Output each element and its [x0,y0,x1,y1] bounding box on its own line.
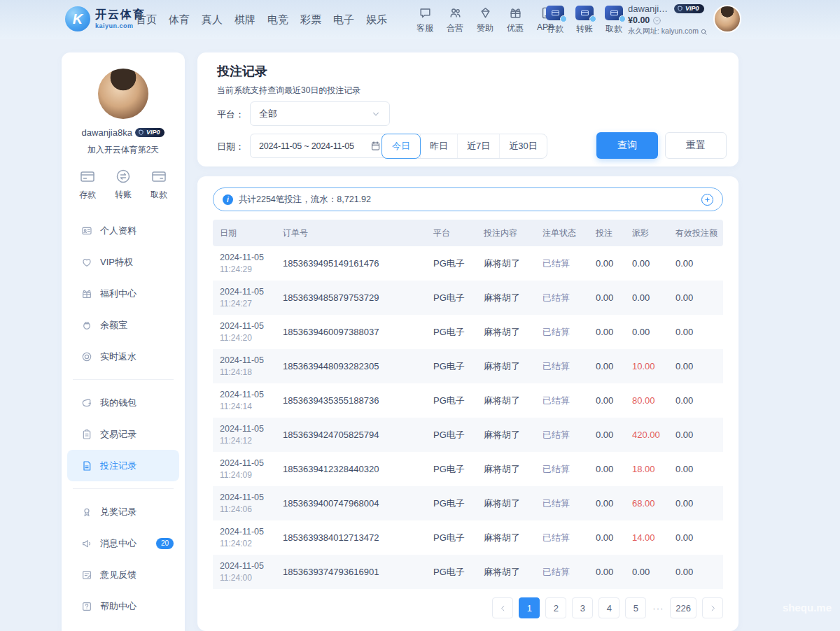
cell-payout: 14.00 [632,532,676,543]
range-昨日[interactable]: 昨日 [420,134,457,158]
date-range-input[interactable]: 2024-11-05 ~ 2024-11-05 [250,134,390,158]
page-2[interactable]: 2 [545,597,566,618]
sidebar-item-welfare[interactable]: 福利中心 [62,278,185,309]
sidebar-item-messages[interactable]: 消息中心20 [62,527,185,559]
transfer-link[interactable]: 转账 [574,6,595,35]
page-226[interactable]: 226 [670,597,696,618]
platform-select[interactable]: 全部 [250,101,390,126]
quick-links: 客服合营赞助优惠APP [414,6,556,34]
sidebar-item-bet-records[interactable]: 投注记录 [67,450,179,481]
summary-bar: i 共计2254笔投注，流水：8,721.92 [213,187,723,211]
calendar-icon [370,141,381,151]
transfer-icon [115,168,132,185]
sponsor-link[interactable]: 赞助 [475,6,496,34]
cell-valid: 0.00 [676,395,723,406]
profile-avatar[interactable] [98,69,148,119]
deposit-icon [546,6,564,20]
cell-order: 1853639485879753729 [283,292,433,303]
expand-plus-icon[interactable] [701,194,713,206]
cell-platform: PG电子 [433,463,484,476]
cell-content: 麻将胡了 [484,566,542,579]
reset-button[interactable]: 重置 [665,132,727,159]
nav-item-esports[interactable]: 电竞 [267,13,288,27]
sidebar-item-profile[interactable]: 个人资料 [62,215,185,246]
service-link[interactable]: 客服 [414,6,435,34]
filter-panel: 投注记录 当前系统支持查询最近30日的投注记录 平台： 全部 日期： 2024-… [197,52,738,166]
nav-item-sports[interactable]: 体育 [169,13,190,27]
partner-link[interactable]: 合营 [444,6,465,34]
col-header: 订单号 [283,227,433,239]
logo[interactable]: K 开云体育 kaiyun.com [65,6,146,31]
cell-order: 1853639495149161476 [283,258,433,269]
row-date: 2024-11-05 [220,561,283,571]
range-近7日[interactable]: 近7日 [457,134,499,158]
next-page-button[interactable] [702,597,723,618]
megaphone-icon [81,538,92,549]
cell-date: 2024-11-0511:24:06 [213,492,283,514]
deposit-label: 存款 [79,189,96,201]
platform-label: 平台： [217,108,244,121]
sidebar-item-transactions[interactable]: 交易记录 [62,418,185,450]
prev-page-button[interactable] [492,597,513,618]
row-time: 11:24:14 [220,402,283,411]
sidebar-item-rebate[interactable]: 实时返水 [62,341,185,372]
cell-date: 2024-11-0511:24:00 [213,561,283,583]
nav-item-entertainment[interactable]: 娱乐 [366,13,387,27]
nav-item-live[interactable]: 真人 [202,13,223,27]
nav-item-home[interactable]: 首页 [136,13,157,27]
sidebar-action-withdraw[interactable]: 取款 [150,168,167,201]
nav-item-slots[interactable]: 电子 [333,13,354,27]
cell-order: 1853639384012713472 [283,532,433,543]
cell-valid: 0.00 [676,258,723,269]
nav-item-chess[interactable]: 棋牌 [234,13,255,27]
sidebar-item-feedback[interactable]: 意见反馈 [62,559,185,590]
page-1[interactable]: 1 [519,597,540,618]
rebate-icon [81,351,92,362]
menu-divider [73,488,174,489]
search-icon[interactable] [700,28,708,36]
date-label: 日期： [217,141,244,153]
withdraw-icon [605,6,623,20]
messages-label: 消息中心 [100,537,136,550]
chat-icon [419,6,432,20]
row-date: 2024-11-05 [220,492,283,502]
clipboard-icon [81,429,92,440]
promo-link[interactable]: 优惠 [505,6,526,34]
sidebar-action-transfer[interactable]: 转账 [115,168,132,201]
range-近30日[interactable]: 近30日 [499,134,546,158]
balance-chevron-icon[interactable] [652,16,662,25]
cell-platform: PG电子 [433,395,484,407]
cell-platform: PG电子 [433,429,484,441]
platform-value: 全部 [259,108,277,120]
range-今日[interactable]: 今日 [382,134,421,159]
cell-valid: 0.00 [676,464,723,474]
sidebar-item-help[interactable]: 帮助中心 [62,590,185,622]
deposit-link[interactable]: 存款 [545,6,566,35]
nav-item-lottery[interactable]: 彩票 [300,13,321,27]
sidebar-item-yuebao[interactable]: 余额宝 [62,309,185,341]
page-5[interactable]: 5 [625,597,646,618]
user-info[interactable]: dawanjia... VIP0 ¥0.00 永久网址: kaiyun.com [628,3,712,36]
table-body: 2024-11-0511:24:291853639495149161476PG电… [213,246,723,589]
table-row: 2024-11-0511:24:291853639495149161476PG电… [213,246,723,281]
sidebar-item-prizes[interactable]: 兑奖记录 [62,496,185,527]
cell-payout: 18.00 [632,464,676,474]
col-header: 注单状态 [542,227,596,239]
sidebar-item-vip[interactable]: VIP特权 [62,246,185,278]
withdraw-link[interactable]: 取款 [603,6,624,35]
page-3[interactable]: 3 [572,597,593,618]
sidebar-item-wallet[interactable]: 我的钱包 [62,387,185,418]
sidebar-action-deposit[interactable]: 存款 [79,168,96,201]
vip-icon [81,257,92,268]
sidebar: dawanjia8ka VIP0 加入开云体育第2天 存款转账取款 个人资料VI… [62,52,185,631]
page-4[interactable]: 4 [598,597,620,618]
transfer-badge-icon [589,15,596,22]
profile-username: dawanjia8ka [82,127,132,138]
cell-content: 麻将胡了 [484,292,542,304]
cell-status: 已结算 [542,395,596,407]
table-row: 2024-11-0511:24:121853639424705825794PG电… [213,418,723,452]
cell-order: 1853639412328440320 [283,464,433,474]
col-header: 日期 [213,227,283,239]
search-button[interactable]: 查询 [596,132,658,159]
avatar[interactable] [713,5,741,33]
